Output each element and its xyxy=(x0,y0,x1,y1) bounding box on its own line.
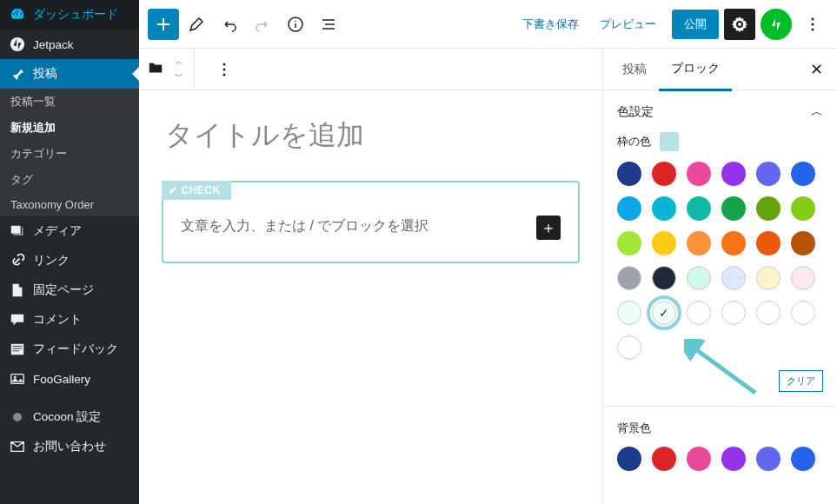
color-swatch[interactable] xyxy=(791,231,815,255)
sidebar-item-cocoon[interactable]: Cocoon 設定 xyxy=(0,402,139,432)
secondary-toolbar: ︿ ﹀ xyxy=(139,49,602,90)
color-swatch[interactable] xyxy=(756,196,781,221)
tab-post[interactable]: 投稿 xyxy=(610,50,659,90)
block-navigation[interactable]: ︿ ﹀ xyxy=(139,49,195,90)
color-swatch[interactable] xyxy=(687,231,711,255)
check-label-text: CHECK xyxy=(182,184,221,196)
color-swatch[interactable] xyxy=(756,162,781,186)
color-swatch[interactable] xyxy=(687,266,711,290)
bg-color-row: 背景色 xyxy=(617,421,823,436)
color-swatch[interactable] xyxy=(687,301,711,325)
sidebar-sub-list[interactable]: 投稿一覧 xyxy=(0,89,139,115)
color-swatch[interactable] xyxy=(652,196,676,221)
save-draft-button[interactable]: 下書き保存 xyxy=(512,10,589,39)
color-swatch[interactable] xyxy=(687,196,711,221)
color-swatch[interactable] xyxy=(721,162,746,186)
color-swatch[interactable] xyxy=(652,162,676,186)
svg-point-10 xyxy=(223,68,226,70)
color-swatch[interactable] xyxy=(791,301,815,325)
color-swatch[interactable] xyxy=(756,447,781,471)
sidebar-item-pages[interactable]: 固定ページ xyxy=(0,275,139,305)
check-block[interactable]: ✔ CHECK 文章を入力、または / でブロックを選択 ＋ xyxy=(162,181,580,263)
sidebar-label: Cocoon 設定 xyxy=(33,409,101,425)
block-placeholder[interactable]: 文章を入力、または / でブロックを選択 xyxy=(181,217,561,235)
publish-button[interactable]: 公開 xyxy=(672,10,719,39)
panel-tabs: 投稿 ブロック ✕ xyxy=(603,49,837,90)
sidebar-item-media[interactable]: メディア xyxy=(0,216,139,246)
undo-button[interactable] xyxy=(214,9,245,40)
color-swatch[interactable] xyxy=(721,231,746,255)
sidebar-item-foogallery[interactable]: FooGallery xyxy=(0,364,139,394)
color-swatch[interactable] xyxy=(652,301,676,325)
sidebar-item-contact[interactable]: お問い合わせ xyxy=(0,432,139,461)
sidebar-sub-tags[interactable]: タグ xyxy=(0,167,139,193)
color-swatch[interactable] xyxy=(617,447,641,471)
color-swatch[interactable] xyxy=(652,266,676,290)
color-swatch[interactable] xyxy=(721,447,746,471)
page-icon xyxy=(9,282,26,299)
color-swatch[interactable] xyxy=(687,447,711,471)
preview-button[interactable]: プレビュー xyxy=(589,10,667,39)
color-swatch[interactable] xyxy=(721,196,746,221)
close-panel-button[interactable]: ✕ xyxy=(803,53,830,86)
add-inner-block-button[interactable]: ＋ xyxy=(536,216,561,240)
sidebar-sub-new[interactable]: 新規追加 xyxy=(0,115,139,141)
color-swatch[interactable] xyxy=(617,231,641,255)
redo-button[interactable] xyxy=(247,9,278,40)
outline-button[interactable] xyxy=(313,9,344,40)
border-color-label: 枠の色 xyxy=(617,134,651,149)
svg-rect-2 xyxy=(11,375,23,384)
color-swatch[interactable] xyxy=(756,301,781,325)
main-area: 下書き保存 プレビュー 公開 ︿ ﹀ タイトルを追加 xyxy=(139,0,837,504)
more-menu-button[interactable] xyxy=(797,9,828,40)
color-swatch[interactable] xyxy=(791,162,815,186)
chevron-up-icon[interactable]: ︿ xyxy=(175,57,183,66)
svg-point-0 xyxy=(10,37,24,51)
sidebar-item-dashboard[interactable]: ダッシュボード xyxy=(0,0,139,30)
block-more-button[interactable] xyxy=(209,54,240,85)
add-block-button[interactable] xyxy=(148,9,179,40)
sidebar-item-feedback[interactable]: フィードバック xyxy=(0,335,139,364)
sidebar-item-comments[interactable]: コメント xyxy=(0,305,139,335)
sidebar-item-links[interactable]: リンク xyxy=(0,246,139,275)
sidebar-item-posts[interactable]: 投稿 xyxy=(0,59,139,89)
color-swatch[interactable] xyxy=(791,266,815,290)
color-swatch[interactable] xyxy=(721,301,746,325)
tab-block[interactable]: ブロック xyxy=(659,49,732,91)
editor-wrap: ︿ ﹀ タイトルを追加 ✔ CHECK 文章を入力、または / でブロックを選択… xyxy=(139,49,837,504)
color-swatch[interactable] xyxy=(756,231,781,255)
chevron-down-icon[interactable]: ﹀ xyxy=(175,72,183,81)
color-swatch[interactable] xyxy=(617,335,641,360)
sidebar-label: 投稿 xyxy=(33,66,57,82)
sidebar-sub-categories[interactable]: カテゴリー xyxy=(0,141,139,167)
color-swatch[interactable] xyxy=(617,301,641,325)
clear-color-button[interactable]: クリア xyxy=(779,370,823,392)
info-button[interactable] xyxy=(280,9,311,40)
editor-toolbar: 下書き保存 プレビュー 公開 xyxy=(139,0,837,49)
color-swatch[interactable] xyxy=(617,266,641,290)
gallery-icon xyxy=(9,370,26,388)
mail-icon xyxy=(9,438,26,455)
sidebar-sub-taxonomy[interactable]: Taxonomy Order xyxy=(0,193,139,216)
color-swatch[interactable] xyxy=(617,162,641,186)
editor-canvas[interactable]: タイトルを追加 ✔ CHECK 文章を入力、または / でブロックを選択 ＋ xyxy=(139,90,602,504)
check-icon: ✔ xyxy=(169,184,178,196)
color-swatch[interactable] xyxy=(652,231,676,255)
color-swatch[interactable] xyxy=(617,196,641,221)
sidebar-label: リンク xyxy=(33,253,70,269)
color-swatch[interactable] xyxy=(652,447,676,471)
jetpack-button[interactable] xyxy=(761,9,792,40)
post-title-input[interactable]: タイトルを追加 xyxy=(165,116,585,155)
sidebar-item-jetpack[interactable]: Jetpack xyxy=(0,30,139,59)
edit-mode-button[interactable] xyxy=(181,9,212,40)
svg-point-8 xyxy=(812,28,814,30)
color-swatch[interactable] xyxy=(791,196,815,221)
check-block-label: ✔ CHECK xyxy=(162,181,231,200)
sidebar-label: Jetpack xyxy=(33,38,74,51)
color-swatch[interactable] xyxy=(756,266,781,290)
color-swatch[interactable] xyxy=(721,266,746,290)
settings-button[interactable] xyxy=(724,9,755,40)
color-section-toggle[interactable]: 色設定 ︿ xyxy=(617,104,823,120)
color-swatch[interactable] xyxy=(791,447,815,471)
color-swatch[interactable] xyxy=(687,162,711,186)
